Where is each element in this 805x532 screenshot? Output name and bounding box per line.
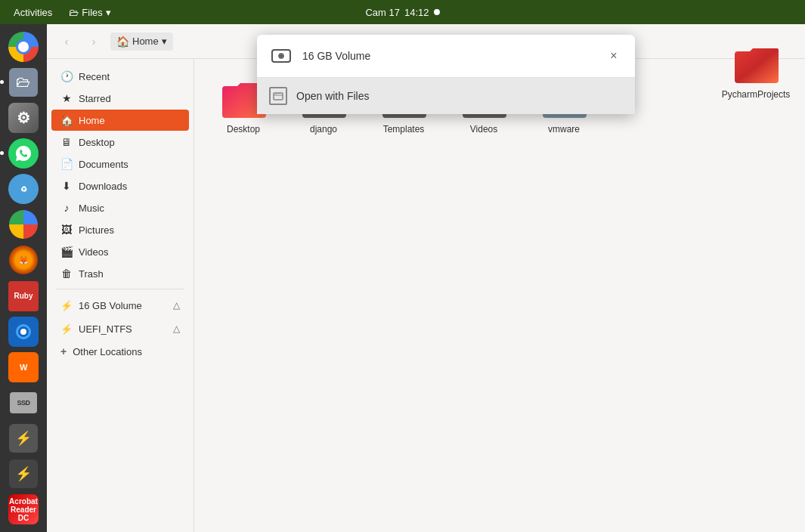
sidebar-divider [56, 289, 184, 289]
sidebar-item-downloads[interactable]: ⬇ Downloads [51, 175, 189, 196]
dock-item-acrobat[interactable]: AcrobatReader DC [6, 493, 41, 526]
whatsapp-icon [8, 138, 39, 169]
fm-content: 🕐 Recent ★ Starred 🏠 Home 🖥 Desktop 📄 [47, 59, 805, 532]
dock-item-wps[interactable]: W [6, 351, 41, 383]
forward-button[interactable]: › [83, 31, 104, 52]
files-icon: 🗁 [9, 68, 38, 97]
location-dropdown-arrow[interactable]: ▾ [162, 36, 167, 47]
ruby-icon: Ruby [8, 281, 39, 311]
dock-item-chrome[interactable] [6, 30, 41, 63]
music-icon: ♪ [60, 202, 73, 214]
sidebar-item-documents[interactable]: 📄 Documents [51, 153, 189, 175]
control-icon: ⚙ [8, 103, 39, 133]
home-sidebar-icon: 🏠 [60, 114, 73, 126]
chevron-down-icon: ▾ [106, 7, 111, 18]
location-bar: 🏠 Home ▾ [110, 32, 173, 51]
active-dot-whatsapp [0, 151, 4, 155]
sidebar-item-starred[interactable]: ★ Starred [51, 88, 189, 109]
ssd-icon: SSD [10, 392, 37, 413]
dock-item-chromium[interactable] [6, 209, 41, 241]
sidebar-item-home[interactable]: 🏠 Home [51, 110, 189, 131]
status-dot [434, 9, 440, 15]
activities-button[interactable]: Activities [9, 5, 57, 20]
popup-close-button[interactable]: × [605, 47, 623, 65]
files-menu-button[interactable]: 🗁 Files ▾ [69, 7, 110, 18]
dock-item-usb[interactable]: ⚡ [6, 422, 41, 455]
other-locations-label: Other Locations [73, 346, 142, 357]
cam-label: Cam 17 [365, 7, 400, 18]
dock-item-recycle[interactable]: ♻ [6, 173, 41, 206]
starred-icon: ★ [60, 92, 73, 104]
sidebar-item-music[interactable]: ♪ Music [51, 197, 189, 218]
file-pycharm-label: PycharmProjects [722, 89, 791, 100]
popup-open-files-label: Open with Files [296, 90, 369, 102]
files-grid: Desktop django Templates [194, 59, 805, 532]
files-menu-label: Files [82, 7, 102, 18]
dock-item-usb2[interactable]: ⚡ [6, 458, 41, 490]
folder-pycharm-icon [732, 59, 780, 85]
dock-item-firefox[interactable]: 🦊 [6, 244, 41, 277]
sidebar-item-desktop[interactable]: 🖥 Desktop [51, 131, 189, 153]
home-icon: 🏠 [116, 36, 129, 48]
sidebar-music-label: Music [79, 203, 104, 214]
dock: 🗁 ⚙ ♻ 🦊 Ruby [0, 24, 47, 532]
popup-files-icon [269, 87, 287, 105]
popup-open-files-item[interactable]: Open with Files [257, 78, 635, 114]
sidebar-item-recent[interactable]: 🕐 Recent [51, 66, 189, 87]
svg-rect-7 [274, 93, 283, 100]
sidebar-recent-label: Recent [79, 71, 110, 82]
dock-item-control[interactable]: ⚙ [6, 101, 41, 134]
popup-title: 16 GB Volume [302, 50, 596, 62]
downloads-icon: ⬇ [60, 180, 73, 192]
sidebar-home-label: Home [79, 115, 105, 126]
sidebar-16gb-label: 16 GB Volume [79, 300, 162, 311]
desktop-icon: 🖥 [60, 136, 73, 148]
usb-icon: ⚡ [9, 424, 38, 453]
sidebar-device-uefi[interactable]: ⚡ UEFI_NTFS △ [51, 317, 189, 340]
sidebar-item-pictures[interactable]: 🖼 Pictures [51, 219, 189, 240]
file-templates-label: Templates [383, 124, 425, 135]
dock-item-ruby[interactable]: Ruby [6, 280, 41, 312]
eject-uefi-button[interactable]: △ [168, 320, 184, 337]
system-clock: Cam 17 14:12 [365, 7, 439, 18]
sidebar-documents-label: Documents [79, 159, 128, 170]
popup-header: 16 GB Volume × [257, 35, 635, 78]
file-django-label: django [310, 124, 337, 135]
usb2-icon: ⚡ [9, 459, 38, 488]
file-desktop-label: Desktop [227, 124, 260, 135]
back-button[interactable]: ‹ [56, 31, 77, 52]
file-item-pycharm[interactable]: PycharmProjects [722, 59, 790, 104]
dock-item-qbittorrent[interactable] [6, 315, 41, 348]
videos-icon: 🎬 [60, 246, 73, 258]
sidebar-videos-label: Videos [79, 246, 109, 258]
sidebar-desktop-label: Desktop [79, 137, 115, 148]
recycle-icon: ♻ [8, 174, 39, 204]
qbittorrent-icon [8, 317, 39, 347]
pictures-icon: 🖼 [60, 224, 73, 236]
trash-icon: 🗑 [60, 268, 73, 280]
eject-16gb-button[interactable]: △ [168, 297, 184, 314]
svg-point-6 [279, 54, 283, 58]
sidebar-pictures-label: Pictures [79, 224, 114, 236]
sidebar-item-trash[interactable]: 🗑 Trash [51, 263, 189, 284]
sidebar-item-videos[interactable]: 🎬 Videos [51, 241, 189, 262]
sidebar-other-locations[interactable]: + Other Locations [51, 341, 189, 362]
wps-icon: W [8, 352, 39, 382]
popup-usb-icon [269, 44, 293, 68]
drive-uefi-icon: ⚡ [60, 323, 73, 335]
dock-item-whatsapp[interactable] [6, 137, 41, 169]
chromium-icon [9, 210, 38, 239]
topbar: Activities 🗁 Files ▾ Cam 17 14:12 [0, 0, 805, 24]
time-label: 14:12 [404, 7, 429, 18]
topbar-left: Activities 🗁 Files ▾ [9, 5, 111, 20]
folder-icon-small: 🗁 [69, 7, 79, 18]
volume-popup: 16 GB Volume × Open with Files [257, 35, 635, 114]
sidebar: 🕐 Recent ★ Starred 🏠 Home 🖥 Desktop 📄 [47, 59, 194, 532]
sidebar-device-16gb[interactable]: ⚡ 16 GB Volume △ [51, 294, 189, 317]
location-text: Home [132, 36, 159, 47]
documents-icon: 📄 [60, 158, 73, 170]
file-vmware-label: vmware [548, 124, 580, 135]
dock-item-files[interactable]: 🗁 [6, 66, 41, 98]
dock-item-ssd[interactable]: SSD [6, 386, 41, 419]
firefox-icon: 🦊 [9, 246, 38, 274]
